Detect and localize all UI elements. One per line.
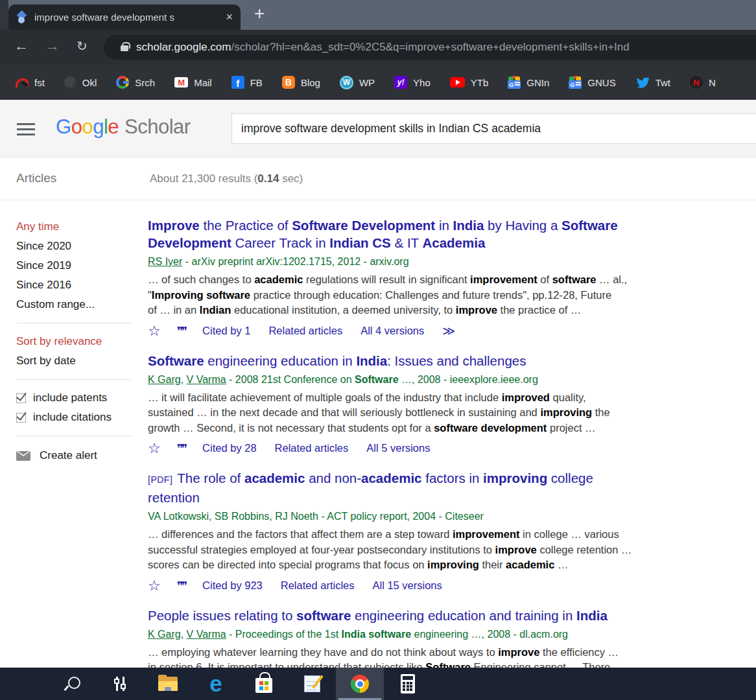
author-link[interactable]: V Varma [187,374,226,385]
back-icon[interactable]: ← [14,38,29,54]
reload-icon[interactable]: ↻ [77,38,88,54]
address-bar[interactable]: scholar.google.com/scholar?hl=en&as_sdt=… [104,35,756,60]
filter-custom-range[interactable]: Custom range... [16,295,132,314]
taskbar-search-button[interactable] [48,668,96,700]
cite-quote-icon[interactable]: ❞❞ [177,579,185,592]
text-segment: Software [425,661,471,668]
author-link[interactable]: V Varma [187,629,226,640]
bookmark-n[interactable]: NN [690,76,716,89]
bookmark-wp[interactable]: WWP [340,76,375,89]
bookmark-mail[interactable]: MMail [174,77,212,88]
cited-by-link[interactable]: Cited by 1 [202,325,250,337]
bookmark-label: WP [359,77,375,88]
text-segment: academic [244,471,305,485]
result-actions: ☆❞❞Cited by 1Related articlesAll 4 versi… [148,323,735,339]
create-alert-button[interactable]: Create alert [16,449,132,462]
all-versions-link[interactable]: All 4 versions [360,325,424,337]
bookmark-twt[interactable]: Twt [635,76,670,88]
all-versions-link[interactable]: All 5 versions [366,442,430,454]
articles-tab[interactable]: Articles [16,171,56,185]
filter-since-2016[interactable]: Since 2016 [16,275,132,295]
text-segment: factors in [422,471,484,485]
window-corner [0,0,8,30]
bookmark-okl[interactable]: Okl [64,76,97,89]
wordpress-icon: W [340,76,353,89]
text-segment: People issues relating to [148,608,296,623]
windows-taskbar: e [0,668,756,700]
bookmark-ytb[interactable]: YTb [450,77,489,88]
checkbox-icon[interactable] [16,413,26,423]
url-host: scholar.google.com [136,41,231,53]
bookmark-fst[interactable]: fst [14,77,45,88]
results-list: Improve the Practice of Software Develop… [148,216,735,668]
text-segment: … of such changes to [148,274,254,285]
filter-sort-by-date[interactable]: Sort by date [16,351,132,371]
text-segment: & IT [391,235,423,250]
save-star-icon[interactable]: ☆ [148,578,161,594]
scholar-logo[interactable]: GoogleScholar [56,115,191,139]
tab-close-icon[interactable]: × [226,10,233,24]
store-button[interactable] [240,668,288,700]
active-tab[interactable]: improve software development s × [8,5,241,30]
text-segment: , [181,629,187,640]
file-explorer-button[interactable] [144,668,192,700]
filter-sort-by-relevance[interactable]: Sort by relevance [16,332,132,351]
calculator-icon [401,674,415,694]
text-segment: project … [547,422,595,434]
cited-by-link[interactable]: Cited by 28 [202,442,256,454]
pdf-tag: [PDF] [148,474,172,485]
tab-strip: improve software development s × + [0,0,756,30]
filter-any-time[interactable]: Any time [16,217,132,237]
cited-by-link[interactable]: Cited by 923 [202,579,263,592]
task-view-button[interactable] [96,668,144,700]
save-star-icon[interactable]: ☆ [148,323,161,339]
save-star-icon[interactable]: ☆ [148,440,161,456]
all-versions-link[interactable]: All 15 versions [373,579,442,592]
text-segment: Indian CS [329,235,391,250]
google-news-icon: G [508,76,521,89]
author-link[interactable]: K Garg [148,629,181,640]
text-segment: - 2008 21st Conference on [226,374,355,385]
result-title-link[interactable]: Software engineering education in India:… [148,352,735,369]
search-result: [PDF]The role of academic and non-academ… [148,469,735,594]
related-articles-link[interactable]: Related articles [275,442,349,454]
edge-button[interactable]: e [192,668,240,700]
bookmark-gnus[interactable]: GGNUS [569,76,615,89]
result-title-link[interactable]: [PDF]The role of academic and non-academ… [148,469,735,506]
scholar-search-input[interactable] [231,113,756,144]
checkbox-include-citations[interactable]: include citations [16,408,132,427]
related-articles-link[interactable]: Related articles [281,579,355,592]
bookmark-fb[interactable]: fFB [231,76,263,89]
new-tab-button[interactable]: + [254,3,265,24]
hamburger-menu-icon[interactable] [17,123,35,139]
text-segment: the practice of … [497,304,581,316]
filter-since-2020[interactable]: Since 2020 [16,237,132,256]
start-button[interactable] [0,668,48,700]
notepad-icon [304,675,320,692]
result-title-link[interactable]: Improve the Practice of Software Develop… [148,216,735,251]
author-link[interactable]: RS Iyer [148,256,182,267]
filter-since-2019[interactable]: Since 2019 [16,256,132,275]
bookmark-label: N [709,77,716,88]
forward-icon[interactable]: → [45,38,60,54]
related-articles-link[interactable]: Related articles [268,325,342,337]
bookmark-blog[interactable]: BBlog [282,76,320,89]
result-authors: RS Iyer - arXiv preprint arXiv:1202.1715… [148,255,735,269]
notepad-button[interactable] [288,668,336,700]
checkbox-icon[interactable] [16,393,26,403]
cite-quote-icon[interactable]: ❞❞ [177,441,185,455]
text-segment: VA Lotkowski, SB Robbins, RJ Noeth - ACT… [148,511,484,522]
bookmark-srch[interactable]: Srch [116,76,155,89]
text-segment: engineering …, 2008 - dl.acm.org [411,629,568,640]
result-title-link[interactable]: People issues relating to software engin… [148,607,735,624]
author-link[interactable]: K Garg [148,374,181,385]
tab-title: improve software development s [34,12,223,23]
bookmark-gnin[interactable]: GGNIn [508,76,549,89]
chrome-button[interactable] [336,668,384,700]
calculator-button[interactable] [384,668,432,700]
cite-quote-icon[interactable]: ❞❞ [177,324,185,338]
checkbox-include-patents[interactable]: include patents [16,388,132,408]
text-segment: improving [540,406,592,418]
double-chevron-more-icon[interactable]: ≫ [442,323,455,338]
bookmark-yho[interactable]: y!Yho [394,76,431,89]
